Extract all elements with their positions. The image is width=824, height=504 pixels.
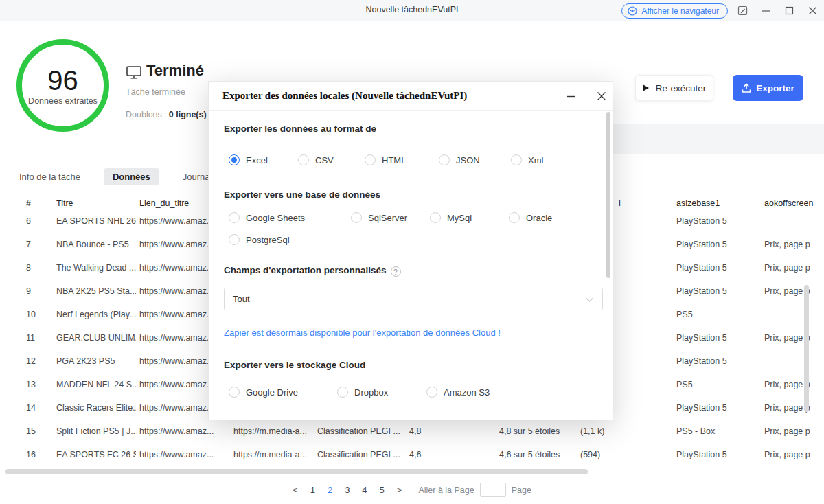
page-number-3[interactable]: 3 [345,485,350,495]
column-header-num: # [26,198,52,208]
radio-html[interactable]: HTML [365,154,406,166]
radio-label: SqlServer [368,213,407,223]
select-value: Tout [233,294,250,304]
radio-excel[interactable]: Excel [229,154,268,166]
cell-size: PlayStation 5 [676,333,757,343]
zapier-cloud-link[interactable]: Zapier est désormais disponible pour l'e… [224,328,501,338]
app-window: Nouvelle tâchednEVutPI Afficher le navig… [0,0,824,504]
export-dialog: Exporter des données locales (Nouvelle t… [208,81,613,420]
radio-oracle[interactable]: Oracle [509,211,552,224]
custom-fields-heading: Champs d'exportation personnalisés? [224,265,401,277]
cell-offscreen: Prix, page p [764,426,821,436]
cell-offscreen: Prix, page p [764,263,821,273]
page-suffix-label: Page [512,485,531,495]
cell-stars: 4,6 sur 5 étoiles [499,450,576,459]
radio-label: Dropbox [354,387,388,398]
column-header-fragment: i [619,198,628,208]
radio-mysql[interactable]: MySql [430,211,472,224]
radio-label: Google Drive [246,387,298,398]
cell-classification: Classification PEGI ... [317,450,404,459]
prev-page-button[interactable]: < [293,485,298,495]
radio-circle [298,154,309,165]
cell-size: PS5 [676,310,757,319]
help-icon[interactable]: ? [391,266,401,277]
radio-google-drive[interactable]: Google Drive [229,386,298,398]
radio-label: HTML [382,155,406,165]
cell-title: The Walking Dead ... [56,263,136,273]
cell-rating: 4,6 [409,450,457,459]
cell-num: 12 [26,356,52,366]
cell-offscreen: Prix, page p [764,450,821,459]
vertical-scrollbar[interactable] [804,285,809,412]
cell-size: PlayStation 5 [676,240,757,249]
column-header-offscreen: aokoffscreen [764,198,821,208]
cell-stars: 4,8 sur 5 étoiles [499,426,576,436]
radio-xml[interactable]: Xml [511,154,543,166]
page-number-1[interactable]: 1 [310,485,315,495]
cell-title: Classic Racers Elite... [56,403,136,413]
cell-media: https://m.media-a... [233,426,313,436]
cell-title: EA SPORTS NHL 26... [56,216,136,226]
radio-label: JSON [456,155,480,165]
cell-num: 8 [26,263,52,273]
column-header-size: asizebase1 [676,198,757,208]
cell-offscreen: Prix, page p [764,240,821,249]
cell-num: 10 [26,310,52,319]
cell-count: (594) [580,450,634,459]
radio-csv[interactable]: CSV [298,154,334,166]
radio-json[interactable]: JSON [439,154,480,166]
radio-postgresql[interactable]: PostgreSql [229,233,290,246]
horizontal-scrollbar[interactable] [5,469,588,474]
next-page-button[interactable]: > [397,485,402,495]
cell-title: NBA 2K25 PS5 Sta... [56,286,136,296]
cell-num: 9 [26,286,52,296]
radio-label: Google Sheets [246,213,305,223]
radio-sqlserver[interactable]: SqlServer [351,211,407,224]
dialog-scrollbar[interactable] [606,112,610,278]
cell-num: 15 [26,426,52,436]
radio-label: Oracle [526,213,552,223]
cell-size: PlayStation 5 [676,356,757,366]
export-fields-select[interactable]: Tout [224,288,603,310]
radio-circle [351,212,362,223]
cell-num: 13 [26,380,52,389]
cell-title: Nerf Legends (Play... [56,310,136,319]
cell-size: PlayStation 5 [676,216,757,226]
cell-size: PlayStation 5 [676,403,757,413]
goto-page-input[interactable] [480,483,506,497]
dialog-minimize-icon[interactable] [564,89,578,103]
cell-size: PS5 - Box [676,426,757,436]
radio-circle [511,154,522,165]
radio-dropbox[interactable]: Dropbox [337,386,388,398]
radio-circle [229,212,240,223]
radio-circle [229,154,240,165]
cell-title: EA SPORTS FC 26 S... [56,450,136,459]
page-number-4[interactable]: 4 [362,485,367,495]
radio-circle [509,212,520,223]
cell-offscreen: Prix, page p [764,403,821,413]
cell-size: PS5 [676,380,757,389]
cell-link: https://www.amaz... [139,426,223,436]
radio-circle [426,387,437,398]
database-section-heading: Exporter vers une base de données [224,190,380,200]
radio-circle [337,387,348,398]
dialog-close-icon[interactable] [595,89,608,103]
cell-classification: Classification PEGI ... [317,426,404,436]
format-section-heading: Exporter les données au format de [224,124,376,134]
radio-circle [430,212,441,223]
cell-offscreen: Prix, page p [764,380,821,389]
cell-rating: 4,8 [409,426,457,436]
cell-num: 14 [26,403,52,413]
cell-num: 7 [26,240,52,249]
radio-circle [229,387,240,398]
pagination: < 12345 > Aller à la Page Page [0,483,824,497]
cell-title: GEAR.CLUB UNLIM... [56,333,136,343]
cell-count: (1,1 k) [580,426,634,436]
page-number-5[interactable]: 5 [380,485,385,495]
page-number-2[interactable]: 2 [328,485,332,495]
cell-media: https://m.media-a... [233,450,313,459]
radio-google-sheets[interactable]: Google Sheets [229,211,305,224]
radio-label: MySql [447,213,472,223]
radio-amazon-s3[interactable]: Amazon S3 [426,386,490,398]
cell-offscreen: Prix, page p [764,286,821,296]
